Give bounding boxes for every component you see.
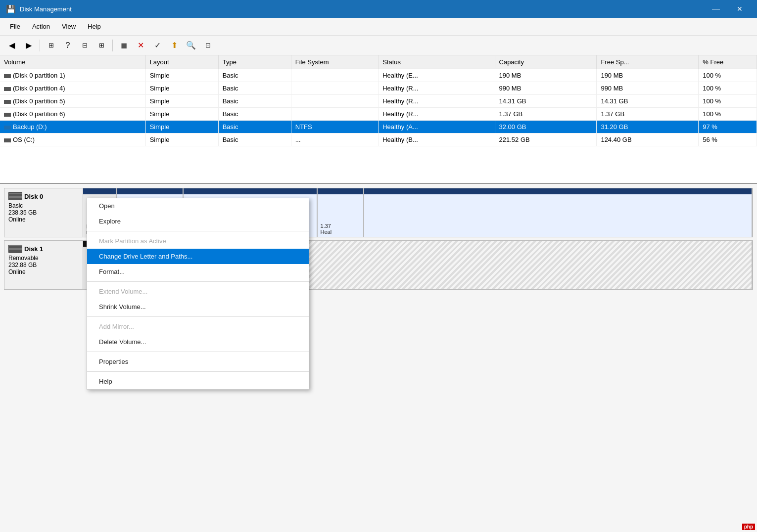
search-button[interactable]: 🔍 xyxy=(183,38,199,53)
table-cell-2-3 xyxy=(291,95,378,108)
connect-button[interactable]: ◼ xyxy=(116,38,132,53)
menu-help[interactable]: Help xyxy=(82,21,107,32)
table-cell-4-6: 31.20 GB xyxy=(597,121,699,133)
table-cell-5-7: 56 % xyxy=(699,133,757,146)
help-button[interactable]: ? xyxy=(60,38,76,53)
table-cell-0-5: 190 MB xyxy=(495,69,597,82)
table-cell-3-5: 1.37 GB xyxy=(495,108,597,121)
table-cell-3-3 xyxy=(291,108,378,121)
table-row[interactable]: (Disk 0 partition 1)SimpleBasicHealthy (… xyxy=(0,69,757,82)
vol-icon xyxy=(4,126,11,130)
menu-action[interactable]: Action xyxy=(26,21,56,32)
col-header-type: Type xyxy=(218,55,291,69)
window-controls: — ✕ xyxy=(705,1,751,16)
table-cell-5-4: Healthy (B... xyxy=(378,133,495,146)
context-menu-item-1[interactable]: Explore xyxy=(87,214,309,229)
table-cell-0-3 xyxy=(291,69,378,82)
table-row[interactable]: OS (C:)SimpleBasic...Healthy (B...221.52… xyxy=(0,133,757,146)
disk1-name: Disk 1 xyxy=(24,245,43,253)
table-cell-0-1: Simple xyxy=(145,69,218,82)
col-header-fs: File System xyxy=(291,55,378,69)
window-title: Disk Management xyxy=(20,5,701,13)
table-row[interactable]: (Disk 0 partition 6)SimpleBasicHealthy (… xyxy=(0,108,757,121)
table-cell-0-2: Basic xyxy=(218,69,291,82)
table-cell-1-1: Simple xyxy=(145,82,218,95)
context-menu-item-3[interactable]: Change Drive Letter and Paths... xyxy=(87,249,309,264)
toolbar-sep2 xyxy=(112,40,113,51)
context-menu-item-0[interactable]: Open xyxy=(87,198,309,214)
check-button[interactable]: ✓ xyxy=(149,38,165,53)
table-cell-2-1: Simple xyxy=(145,95,218,108)
close-button[interactable]: ✕ xyxy=(728,1,751,16)
disk1-status: Online xyxy=(8,268,79,275)
minimize-button[interactable]: — xyxy=(705,1,727,16)
menu-file[interactable]: File xyxy=(4,21,26,32)
table-cell-0-0: (Disk 0 partition 1) xyxy=(0,69,145,82)
disk0-size: 238.35 GB xyxy=(8,209,79,216)
table-cell-4-0: Backup (D:) xyxy=(0,121,145,133)
console-button[interactable]: ⊞ xyxy=(43,38,59,53)
table-cell-5-3: ... xyxy=(291,133,378,146)
menu-view[interactable]: View xyxy=(56,21,82,32)
table-row[interactable]: (Disk 0 partition 5)SimpleBasicHealthy (… xyxy=(0,95,757,108)
table-cell-5-0: OS (C:) xyxy=(0,133,145,146)
vol-icon xyxy=(4,74,11,78)
context-menu-item-10[interactable]: Help xyxy=(87,374,309,389)
context-menu-item-5: Extend Volume... xyxy=(87,284,309,299)
toolbar: ◀ ▶ ⊞ ? ⊟ ⊞ ◼ ✕ ✓ ⬆ 🔍 ⊡ xyxy=(0,36,757,55)
detail-button[interactable]: ⊞ xyxy=(94,38,109,53)
toolbar-sep1 xyxy=(40,40,40,51)
vol-icon xyxy=(4,113,11,117)
table-cell-2-6: 14.31 GB xyxy=(597,95,699,108)
table-cell-4-5: 32.00 GB xyxy=(495,121,597,133)
list-button[interactable]: ⊟ xyxy=(77,38,93,53)
forward-button[interactable]: ▶ xyxy=(21,38,37,53)
delete-button[interactable]: ✕ xyxy=(133,38,148,53)
disk1-label: Disk 1 Removable 232.88 GB Online xyxy=(4,240,83,290)
disk0-type: Basic xyxy=(8,202,79,209)
vol-icon xyxy=(4,138,11,142)
table-cell-3-0: (Disk 0 partition 6) xyxy=(0,108,145,121)
context-menu-item-6[interactable]: Shrink Volume... xyxy=(87,299,309,314)
context-menu-sep-6 xyxy=(87,316,309,317)
col-header-volume: Volume xyxy=(0,55,145,69)
table-cell-1-2: Basic xyxy=(218,82,291,95)
context-menu-item-4[interactable]: Format... xyxy=(87,264,309,279)
context-menu-item-8[interactable]: Delete Volume... xyxy=(87,334,309,350)
col-header-status: Status xyxy=(378,55,495,69)
context-menu-sep-9 xyxy=(87,371,309,372)
table-row[interactable]: Backup (D:)SimpleBasicNTFSHealthy (A...3… xyxy=(0,121,757,133)
context-menu-item-9[interactable]: Properties xyxy=(87,354,309,369)
table-cell-3-1: Simple xyxy=(145,108,218,121)
context-menu-sep-8 xyxy=(87,352,309,352)
table-cell-2-5: 14.31 GB xyxy=(495,95,597,108)
title-bar: 💾 Disk Management — ✕ xyxy=(0,0,757,18)
table-cell-3-4: Healthy (R... xyxy=(378,108,495,121)
table-cell-0-7: 100 % xyxy=(699,69,757,82)
table-cell-1-6: 990 MB xyxy=(597,82,699,95)
table-cell-3-6: 1.37 GB xyxy=(597,108,699,121)
disk1-type: Removable xyxy=(8,255,79,262)
volume-table: Volume Layout Type File System Status Ca… xyxy=(0,55,757,146)
table-cell-4-1: Simple xyxy=(145,121,218,133)
context-menu-item-2: Mark Partition as Active xyxy=(87,233,309,249)
view-button[interactable]: ⊡ xyxy=(200,38,216,53)
context-menu: OpenExploreMark Partition as ActiveChang… xyxy=(87,198,309,390)
table-cell-4-7: 97 % xyxy=(699,121,757,133)
disk0-part-rest[interactable] xyxy=(364,188,753,237)
table-cell-1-3 xyxy=(291,82,378,95)
menu-bar: File Action View Help xyxy=(0,18,757,36)
context-menu-sep-1 xyxy=(87,231,309,231)
disk0-part4[interactable]: 1.37 Heal xyxy=(318,188,365,237)
disk0-status: Online xyxy=(8,216,79,223)
table-body: (Disk 0 partition 1)SimpleBasicHealthy (… xyxy=(0,69,757,146)
table-row[interactable]: (Disk 0 partition 4)SimpleBasicHealthy (… xyxy=(0,82,757,95)
table-cell-4-4: Healthy (A... xyxy=(378,121,495,133)
table-cell-4-3: NTFS xyxy=(291,121,378,133)
table-cell-3-7: 100 % xyxy=(699,108,757,121)
table-cell-2-7: 100 % xyxy=(699,95,757,108)
import-button[interactable]: ⬆ xyxy=(166,38,182,53)
table-cell-5-6: 124.40 GB xyxy=(597,133,699,146)
disk-table-area: Volume Layout Type File System Status Ca… xyxy=(0,55,757,184)
back-button[interactable]: ◀ xyxy=(4,38,20,53)
